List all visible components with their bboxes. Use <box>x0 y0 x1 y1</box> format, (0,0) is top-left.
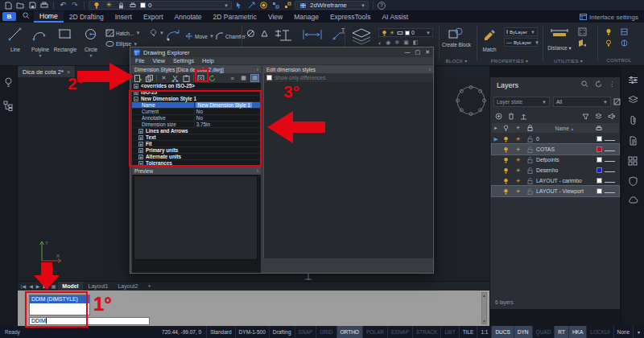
sheet-set-icon[interactable] <box>629 136 638 146</box>
visual-style-combo[interactable]: 2dWireframe ▼ <box>295 1 369 10</box>
status-lockui[interactable]: LOCKUI <box>586 326 613 338</box>
layer-isolate-icon[interactable]: ◉ <box>386 39 390 46</box>
current-column-header[interactable]: ▸ <box>492 125 500 131</box>
attachments-icon[interactable] <box>630 115 637 126</box>
security-panel-icon[interactable] <box>629 176 638 186</box>
paste-icon[interactable] <box>182 74 191 82</box>
block-group-label[interactable]: BLOCK ▾ <box>440 58 473 64</box>
cloud-panel-icon[interactable] <box>628 196 638 204</box>
layer-on-bulb-icon[interactable] <box>500 167 512 174</box>
layer-thaw-icon[interactable]: ☀ <box>512 157 524 163</box>
icons-view-icon[interactable]: ▦ <box>239 74 248 82</box>
layers-tool[interactable] <box>351 27 372 45</box>
tab-expresstools[interactable]: ExpressTools <box>324 11 377 23</box>
status-dyn[interactable]: DYN <box>514 326 532 338</box>
line-label[interactable]: Line <box>3 47 27 52</box>
status-lwt[interactable]: LWT <box>440 326 458 338</box>
tab-manage[interactable]: Manage <box>288 11 324 23</box>
layer-unlock-icon[interactable] <box>524 136 536 142</box>
details-view-icon[interactable]: ≡ <box>228 74 237 82</box>
layer-unlock-icon[interactable] <box>524 146 536 153</box>
circle-tool[interactable] <box>84 27 97 41</box>
layer-name[interactable]: Desenho <box>536 167 593 173</box>
copy-style-icon[interactable] <box>145 74 154 82</box>
status-strack[interactable]: STRACK <box>412 326 440 338</box>
layer-lineweight[interactable] <box>605 171 615 172</box>
layer-row-0[interactable]: ▶ ☀ 0 <box>492 134 619 144</box>
rotate-tool[interactable] <box>164 27 182 43</box>
prev-tab-icon[interactable]: ◀ <box>28 283 34 289</box>
layer-on-bulb-icon[interactable] <box>500 178 512 184</box>
select-cursor-icon[interactable] <box>234 1 244 10</box>
help-icon[interactable]: ? <box>378 2 386 10</box>
mirror-icon[interactable] <box>260 29 269 38</box>
layer-thaw-icon[interactable]: ☀ <box>512 146 524 153</box>
lock-column-header[interactable] <box>524 125 536 131</box>
layers-panel-icon[interactable] <box>628 95 638 105</box>
command-console[interactable]: DDIM (DIMSTYLE) DDIM ▲▼ <box>18 291 489 326</box>
checkbox-icon[interactable] <box>266 75 272 80</box>
area-tool-icon[interactable] <box>578 39 587 47</box>
layer-on-bulb-icon[interactable] <box>500 136 512 142</box>
tree-item-overrides[interactable]: +<overrides on ISO-25> <box>132 83 261 89</box>
layer-state-dropdown[interactable]: Layer state▼ <box>493 97 550 107</box>
layer-color-swatch[interactable] <box>597 178 602 183</box>
tab-layout2[interactable]: Layout2 <box>114 283 142 289</box>
layer-lineweight[interactable] <box>605 192 615 193</box>
chevron-right-icon[interactable]: › <box>257 67 258 72</box>
layer-color-swatch[interactable] <box>597 188 602 194</box>
color-bylayer-combo[interactable]: ByLayer▼ <box>504 27 538 36</box>
layer-color-swatch[interactable] <box>597 146 602 152</box>
tab-home[interactable]: Home <box>34 11 64 23</box>
layer-unlock-icon[interactable] <box>524 167 536 174</box>
cut-icon[interactable] <box>171 74 180 82</box>
layer-lineweight[interactable] <box>605 161 615 162</box>
layer-lineweight[interactable] <box>605 140 615 141</box>
utilities-group-label[interactable]: UTILITIES ▾ <box>546 58 591 64</box>
layer-on-bulb-icon[interactable] <box>500 157 512 163</box>
isolate-entities-icon[interactable] <box>258 1 268 10</box>
status-text-style[interactable]: Standard <box>206 326 234 338</box>
line-tool[interactable] <box>8 27 22 41</box>
tab-2d-parametric[interactable]: 2D Parametric <box>208 11 262 23</box>
filter-icon[interactable] <box>582 113 589 120</box>
tab-export[interactable]: Export <box>138 11 169 23</box>
layer-row-cotas[interactable]: ☀ COTAS <box>492 144 619 155</box>
layer-name[interactable]: LAYOUT - Viewport <box>536 188 593 194</box>
new-drawing-icon[interactable] <box>3 1 13 10</box>
add-layout-button[interactable]: + <box>143 283 155 289</box>
layer-unlock-icon[interactable] <box>524 157 536 163</box>
show-differences-row[interactable]: Show only differences <box>264 73 433 82</box>
entity-snap-icon[interactable] <box>246 1 256 10</box>
layer-thaw-icon[interactable]: ☀ <box>512 136 524 142</box>
layer-row-layout-viewport[interactable]: ☀ LAYOUT - Viewport <box>492 186 619 196</box>
tree-view-icon[interactable]: ▤ <box>250 74 259 82</box>
first-tab-icon[interactable]: |◀ <box>20 283 27 289</box>
distance-label[interactable]: Distance ▾ <box>544 45 575 51</box>
status-grid[interactable]: GRID <box>316 326 336 338</box>
layer-unlock-icon[interactable] <box>524 178 536 184</box>
maximize-icon[interactable]: ▢ <box>415 49 421 56</box>
circle-label[interactable]: Circle <box>79 47 103 52</box>
hide-entities-icon[interactable] <box>270 1 280 10</box>
layer-row-defpoints[interactable]: ☀ Defpoints <box>492 155 619 165</box>
redo-icon[interactable]: ↷ <box>70 1 80 10</box>
save-icon[interactable] <box>27 1 37 10</box>
regen-icon[interactable] <box>208 74 217 82</box>
freeze-column-header[interactable]: ☀ <box>512 125 524 131</box>
control-group-label[interactable]: CONTROL <box>599 58 639 63</box>
layer-thaw-icon[interactable]: ☀ <box>512 188 524 195</box>
match-label[interactable]: Match <box>478 47 501 52</box>
undo-icon[interactable]: ↶ <box>58 1 68 10</box>
layer-name[interactable]: 0 <box>536 136 593 142</box>
layer-lineweight[interactable] <box>605 182 615 183</box>
search-icon[interactable] <box>581 80 588 88</box>
move-tool[interactable]: Move▼ <box>185 32 214 40</box>
tab-model[interactable]: Model <box>58 282 82 291</box>
distance-tool[interactable] <box>551 27 568 37</box>
menu-file[interactable]: File <box>135 57 145 64</box>
hatch-tool[interactable]: Hatch...▼ <box>105 29 140 37</box>
show-entities-icon[interactable] <box>283 1 292 10</box>
status-snap[interactable]: SNAP <box>295 326 316 338</box>
match-properties-tool[interactable] <box>483 28 496 40</box>
